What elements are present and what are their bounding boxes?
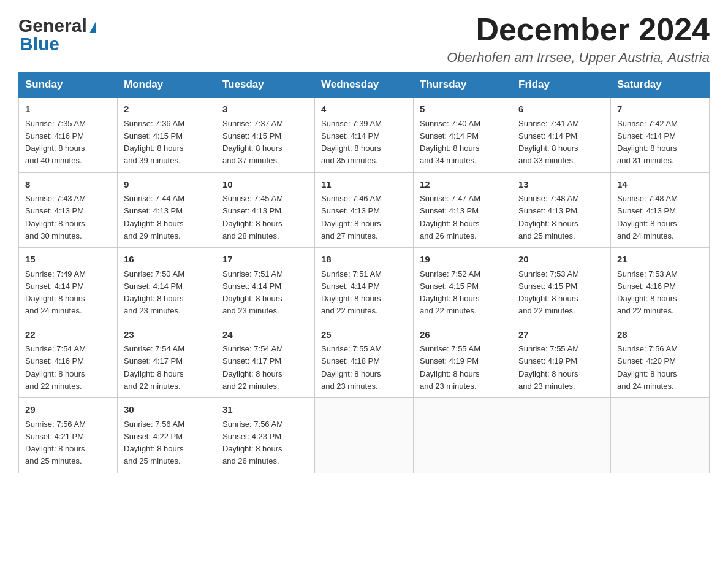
calendar-cell (315, 398, 414, 473)
day-number: 21 (617, 253, 703, 267)
week-row-3: 15 Sunrise: 7:49 AMSunset: 4:14 PMDaylig… (19, 248, 710, 323)
calendar-cell (611, 398, 710, 473)
day-number: 7 (617, 102, 703, 117)
day-number: 24 (222, 328, 308, 342)
day-number: 9 (124, 178, 210, 192)
calendar-cell: 7 Sunrise: 7:42 AMSunset: 4:14 PMDayligh… (611, 98, 710, 173)
day-info: Sunrise: 7:37 AMSunset: 4:15 PMDaylight:… (222, 119, 283, 166)
day-info: Sunrise: 7:56 AMSunset: 4:22 PMDaylight:… (124, 419, 184, 466)
calendar-cell: 29 Sunrise: 7:56 AMSunset: 4:21 PMDaylig… (19, 398, 118, 473)
day-info: Sunrise: 7:52 AMSunset: 4:15 PMDaylight:… (420, 269, 480, 316)
day-number: 20 (518, 253, 604, 267)
day-info: Sunrise: 7:40 AMSunset: 4:14 PMDaylight:… (420, 119, 480, 166)
calendar-cell: 8 Sunrise: 7:43 AMSunset: 4:13 PMDayligh… (19, 172, 118, 248)
day-info: Sunrise: 7:39 AMSunset: 4:14 PMDaylight:… (321, 119, 382, 166)
day-number: 3 (222, 102, 308, 117)
week-row-2: 8 Sunrise: 7:43 AMSunset: 4:13 PMDayligh… (19, 172, 710, 248)
day-info: Sunrise: 7:41 AMSunset: 4:14 PMDaylight:… (518, 119, 579, 166)
logo-blue-text: Blue (18, 34, 59, 55)
day-info: Sunrise: 7:45 AMSunset: 4:13 PMDaylight:… (222, 194, 283, 240)
weekday-header-tuesday: Tuesday (216, 72, 315, 98)
calendar-cell (512, 398, 611, 473)
calendar-table: SundayMondayTuesdayWednesdayThursdayFrid… (18, 72, 710, 473)
day-number: 11 (321, 178, 407, 192)
calendar-cell (414, 398, 512, 473)
day-info: Sunrise: 7:49 AMSunset: 4:14 PMDaylight:… (25, 269, 86, 316)
day-number: 22 (25, 328, 111, 342)
day-number: 8 (25, 178, 111, 192)
day-info: Sunrise: 7:35 AMSunset: 4:16 PMDaylight:… (25, 119, 86, 166)
day-info: Sunrise: 7:55 AMSunset: 4:18 PMDaylight:… (321, 344, 382, 391)
weekday-header-row: SundayMondayTuesdayWednesdayThursdayFrid… (19, 72, 710, 98)
calendar-cell: 15 Sunrise: 7:49 AMSunset: 4:14 PMDaylig… (19, 248, 118, 323)
calendar-cell: 16 Sunrise: 7:50 AMSunset: 4:14 PMDaylig… (118, 248, 216, 323)
logo-general-text: General (18, 15, 87, 36)
calendar-cell: 27 Sunrise: 7:55 AMSunset: 4:19 PMDaylig… (512, 323, 611, 398)
day-number: 5 (420, 102, 506, 117)
day-number: 4 (321, 102, 407, 117)
calendar-cell: 11 Sunrise: 7:46 AMSunset: 4:13 PMDaylig… (315, 172, 414, 248)
day-number: 23 (124, 328, 210, 342)
day-info: Sunrise: 7:53 AMSunset: 4:16 PMDaylight:… (617, 269, 678, 316)
weekday-header-wednesday: Wednesday (315, 72, 414, 98)
day-info: Sunrise: 7:54 AMSunset: 4:17 PMDaylight:… (222, 344, 283, 391)
calendar-cell: 30 Sunrise: 7:56 AMSunset: 4:22 PMDaylig… (118, 398, 216, 473)
day-info: Sunrise: 7:51 AMSunset: 4:14 PMDaylight:… (321, 269, 382, 316)
day-number: 28 (617, 328, 703, 342)
day-info: Sunrise: 7:48 AMSunset: 4:13 PMDaylight:… (518, 194, 579, 240)
day-number: 25 (321, 328, 407, 342)
day-info: Sunrise: 7:56 AMSunset: 4:23 PMDaylight:… (222, 419, 283, 466)
day-number: 29 (25, 403, 111, 417)
day-info: Sunrise: 7:56 AMSunset: 4:20 PMDaylight:… (617, 344, 678, 391)
day-info: Sunrise: 7:51 AMSunset: 4:14 PMDaylight:… (222, 269, 283, 316)
day-number: 13 (518, 178, 604, 192)
day-info: Sunrise: 7:43 AMSunset: 4:13 PMDaylight:… (25, 194, 86, 240)
calendar-cell: 14 Sunrise: 7:48 AMSunset: 4:13 PMDaylig… (611, 172, 710, 248)
day-info: Sunrise: 7:54 AMSunset: 4:16 PMDaylight:… (25, 344, 86, 391)
day-number: 2 (124, 102, 210, 117)
title-area: December 2024 Oberhofen am Irrsee, Upper… (447, 12, 710, 66)
day-number: 30 (124, 403, 210, 417)
location-subtitle: Oberhofen am Irrsee, Upper Austria, Aust… (447, 50, 710, 66)
day-number: 6 (518, 102, 604, 117)
calendar-cell: 3 Sunrise: 7:37 AMSunset: 4:15 PMDayligh… (216, 98, 315, 173)
week-row-5: 29 Sunrise: 7:56 AMSunset: 4:21 PMDaylig… (19, 398, 710, 473)
day-number: 26 (420, 328, 506, 342)
calendar-cell: 10 Sunrise: 7:45 AMSunset: 4:13 PMDaylig… (216, 172, 315, 248)
calendar-cell: 4 Sunrise: 7:39 AMSunset: 4:14 PMDayligh… (315, 98, 414, 173)
day-number: 10 (222, 178, 308, 192)
calendar-cell: 25 Sunrise: 7:55 AMSunset: 4:18 PMDaylig… (315, 323, 414, 398)
header: General Blue December 2024 Oberhofen am … (18, 12, 710, 66)
day-info: Sunrise: 7:50 AMSunset: 4:14 PMDaylight:… (124, 269, 184, 316)
day-number: 1 (25, 102, 111, 117)
logo-triangle-icon (89, 21, 96, 33)
month-year-title: December 2024 (447, 12, 710, 47)
calendar-cell: 2 Sunrise: 7:36 AMSunset: 4:15 PMDayligh… (118, 98, 216, 173)
day-number: 19 (420, 253, 506, 267)
calendar-cell: 1 Sunrise: 7:35 AMSunset: 4:16 PMDayligh… (19, 98, 118, 173)
calendar-cell: 6 Sunrise: 7:41 AMSunset: 4:14 PMDayligh… (512, 98, 611, 173)
calendar-cell: 19 Sunrise: 7:52 AMSunset: 4:15 PMDaylig… (414, 248, 512, 323)
calendar-cell: 9 Sunrise: 7:44 AMSunset: 4:13 PMDayligh… (118, 172, 216, 248)
calendar-cell: 24 Sunrise: 7:54 AMSunset: 4:17 PMDaylig… (216, 323, 315, 398)
day-info: Sunrise: 7:56 AMSunset: 4:21 PMDaylight:… (25, 419, 86, 466)
weekday-header-friday: Friday (512, 72, 611, 98)
calendar-cell: 26 Sunrise: 7:55 AMSunset: 4:19 PMDaylig… (414, 323, 512, 398)
day-number: 15 (25, 253, 111, 267)
weekday-header-sunday: Sunday (19, 72, 118, 98)
day-number: 17 (222, 253, 308, 267)
calendar-cell: 23 Sunrise: 7:54 AMSunset: 4:17 PMDaylig… (118, 323, 216, 398)
logo: General Blue (18, 12, 96, 55)
calendar-cell: 17 Sunrise: 7:51 AMSunset: 4:14 PMDaylig… (216, 248, 315, 323)
calendar-cell: 22 Sunrise: 7:54 AMSunset: 4:16 PMDaylig… (19, 323, 118, 398)
day-info: Sunrise: 7:55 AMSunset: 4:19 PMDaylight:… (518, 344, 579, 391)
day-info: Sunrise: 7:53 AMSunset: 4:15 PMDaylight:… (518, 269, 579, 316)
week-row-1: 1 Sunrise: 7:35 AMSunset: 4:16 PMDayligh… (19, 98, 710, 173)
weekday-header-thursday: Thursday (414, 72, 512, 98)
calendar-cell: 28 Sunrise: 7:56 AMSunset: 4:20 PMDaylig… (611, 323, 710, 398)
day-info: Sunrise: 7:46 AMSunset: 4:13 PMDaylight:… (321, 194, 382, 240)
day-number: 27 (518, 328, 604, 342)
calendar-cell: 5 Sunrise: 7:40 AMSunset: 4:14 PMDayligh… (414, 98, 512, 173)
day-info: Sunrise: 7:48 AMSunset: 4:13 PMDaylight:… (617, 194, 678, 240)
week-row-4: 22 Sunrise: 7:54 AMSunset: 4:16 PMDaylig… (19, 323, 710, 398)
